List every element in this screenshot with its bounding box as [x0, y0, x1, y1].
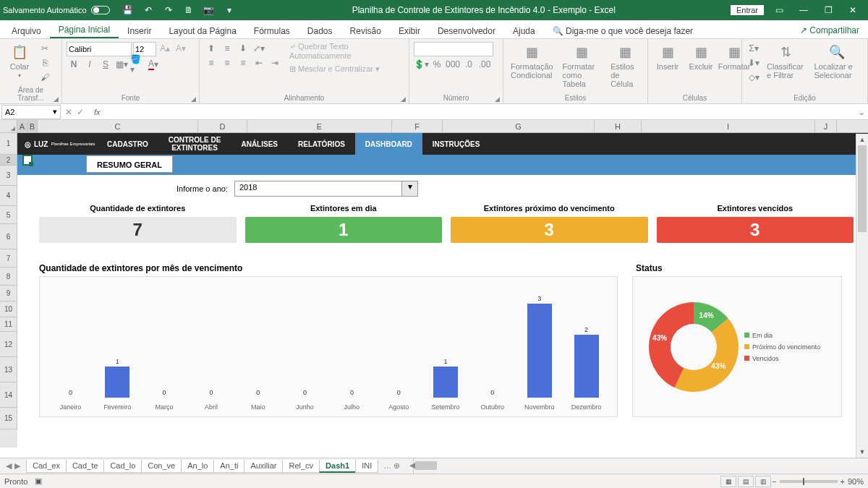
- dash-nav-item[interactable]: DASHBOARD: [355, 133, 422, 155]
- sheet-tab[interactable]: An_ti: [213, 460, 244, 473]
- border-icon[interactable]: ▦▾: [114, 58, 129, 71]
- share-button[interactable]: ↗ Compartilhar: [794, 22, 865, 38]
- grow-font-icon[interactable]: A▴: [158, 42, 172, 55]
- orientation-icon[interactable]: ⤢▾: [252, 42, 266, 55]
- row-header-3[interactable]: 3: [0, 166, 17, 186]
- tab-data[interactable]: Dados: [299, 23, 341, 38]
- zoom-out-icon[interactable]: −: [772, 477, 776, 486]
- align-center-icon[interactable]: ≡: [220, 56, 234, 69]
- inc-dec-icon[interactable]: .0: [461, 58, 476, 71]
- clear-icon[interactable]: ◇▾: [746, 71, 761, 84]
- row-header-13[interactable]: 13: [0, 357, 17, 382]
- row-header-5[interactable]: 5: [0, 206, 17, 224]
- tab-file[interactable]: Arquivo: [3, 23, 50, 38]
- row-header-10[interactable]: 10: [0, 301, 17, 317]
- dash-nav-item[interactable]: INSTRUÇÕES: [422, 133, 490, 155]
- tab-developer[interactable]: Desenvolvedor: [429, 23, 504, 38]
- number-format-select[interactable]: [414, 42, 493, 56]
- wrap-text-button[interactable]: ⤶ Quebrar Texto Automaticamente: [289, 42, 404, 60]
- tab-formulas[interactable]: Fórmulas: [245, 23, 299, 38]
- dash-nav-item[interactable]: ANÁLISES: [231, 133, 288, 155]
- underline-icon[interactable]: S: [98, 58, 113, 71]
- save-icon[interactable]: 💾: [120, 2, 136, 18]
- worksheet[interactable]: ◎ LUZ Planilhas Empresariais CADASTROCON…: [17, 133, 868, 448]
- autosave-toggle[interactable]: Salvamento Automático: [3, 6, 110, 14]
- find-select-button[interactable]: 🔍Localizar e Selecionar: [811, 42, 863, 81]
- sheet-tab[interactable]: Con_ve: [141, 460, 182, 473]
- col-header-C[interactable]: C: [38, 120, 198, 132]
- col-header-D[interactable]: D: [198, 120, 247, 132]
- sheet-tab[interactable]: Dash1: [319, 460, 356, 473]
- sheet-tab[interactable]: Auxiliar: [244, 460, 283, 473]
- tab-view[interactable]: Exibir: [390, 23, 429, 38]
- tell-me[interactable]: 🔍 Diga-me o que você deseja fazer: [544, 23, 702, 38]
- row-header-6[interactable]: 6: [0, 224, 17, 249]
- column-headers[interactable]: ABCDEFGHIJ: [0, 120, 868, 133]
- view-layout-icon[interactable]: ▤: [738, 476, 754, 487]
- percent-icon[interactable]: %: [430, 58, 444, 71]
- align-mid-icon[interactable]: ≡: [220, 42, 234, 55]
- select-all-icon[interactable]: [0, 120, 17, 132]
- indent-inc-icon[interactable]: ⇥: [268, 56, 282, 69]
- col-header-F[interactable]: F: [392, 120, 443, 132]
- year-select[interactable]: 2018▾: [234, 181, 418, 197]
- enter-icon[interactable]: ✓: [77, 107, 84, 117]
- currency-icon[interactable]: 💲▾: [414, 58, 428, 71]
- zoom-in-icon[interactable]: +: [841, 477, 845, 486]
- italic-icon[interactable]: I: [82, 58, 97, 71]
- undo-icon[interactable]: ↶: [140, 2, 156, 18]
- sheet-prev-icon[interactable]: ◀: [6, 461, 12, 471]
- font-color-icon[interactable]: A▾: [146, 58, 161, 71]
- sheet-next-icon[interactable]: ▶: [14, 461, 20, 471]
- row-headers[interactable]: 123456789101112131415: [0, 133, 17, 448]
- row-header-11[interactable]: 11: [0, 317, 17, 332]
- maximize-icon[interactable]: ❐: [816, 2, 841, 18]
- macro-rec-icon[interactable]: ▣: [35, 476, 42, 486]
- selected-cell[interactable]: [22, 155, 33, 166]
- row-header-14[interactable]: 14: [0, 382, 17, 408]
- merge-center-button[interactable]: ⊞ Mesclar e Centralizar ▾: [289, 64, 404, 74]
- shrink-font-icon[interactable]: A▾: [174, 42, 188, 55]
- close-icon[interactable]: ✕: [841, 2, 865, 18]
- row-header-8[interactable]: 8: [0, 267, 17, 286]
- tab-review[interactable]: Revisão: [341, 23, 390, 38]
- col-header-J[interactable]: J: [815, 120, 837, 132]
- comma-icon[interactable]: 000: [446, 58, 460, 71]
- tab-layout[interactable]: Layout da Página: [160, 23, 244, 38]
- col-header-A[interactable]: A: [17, 120, 27, 132]
- col-header-E[interactable]: E: [247, 120, 392, 132]
- tab-home[interactable]: Página Inicial: [50, 22, 119, 38]
- row-header-1[interactable]: 1: [0, 133, 17, 155]
- bold-icon[interactable]: N: [67, 58, 81, 71]
- font-name-select[interactable]: [67, 42, 132, 56]
- tab-help[interactable]: Ajuda: [504, 23, 544, 38]
- dash-nav-item[interactable]: RELATÓRIOS: [288, 133, 355, 155]
- row-header-12[interactable]: 12: [0, 332, 17, 357]
- cell-styles-button[interactable]: ▦Estilos de Célula: [608, 42, 643, 90]
- col-header-G[interactable]: G: [443, 120, 595, 132]
- zoom-level[interactable]: 90%: [848, 477, 864, 486]
- row-header-15[interactable]: 15: [0, 408, 17, 429]
- fill-color-icon[interactable]: 🪣▾: [130, 58, 145, 71]
- minimize-icon[interactable]: —: [791, 2, 816, 18]
- copy-icon[interactable]: ⎘: [38, 56, 52, 69]
- view-break-icon[interactable]: ▥: [755, 476, 771, 487]
- signin-button[interactable]: Entrar: [731, 5, 764, 15]
- qat-icon[interactable]: 🗎: [181, 2, 197, 18]
- align-left-icon[interactable]: ≡: [204, 56, 218, 69]
- view-normal-icon[interactable]: ▦: [720, 476, 736, 487]
- row-header-4[interactable]: 4: [0, 186, 17, 206]
- fill-icon[interactable]: ⬇▾: [746, 56, 761, 69]
- qat-icon[interactable]: 📷: [201, 2, 217, 18]
- dash-nav-item[interactable]: CADASTRO: [97, 133, 158, 155]
- tab-insert[interactable]: Inserir: [119, 23, 160, 38]
- dec-dec-icon[interactable]: .00: [477, 58, 492, 71]
- cut-icon[interactable]: ✂: [38, 42, 52, 55]
- format-table-button[interactable]: ▦Formatar como Tabela: [559, 42, 605, 90]
- align-right-icon[interactable]: ≡: [236, 56, 250, 69]
- horizontal-scrollbar[interactable]: ◀: [413, 458, 868, 474]
- ribbon-options-icon[interactable]: ▭: [767, 2, 791, 18]
- formula-input[interactable]: [106, 106, 855, 119]
- resumo-tab[interactable]: RESUMO GERAL: [86, 155, 173, 173]
- sheet-tab[interactable]: Cad_te: [66, 460, 104, 473]
